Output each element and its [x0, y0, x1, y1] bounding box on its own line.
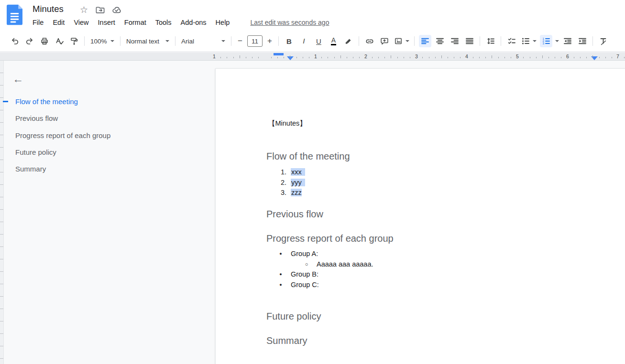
divider: [414, 36, 415, 46]
font-family-select[interactable]: Arial: [178, 35, 228, 47]
increase-font-size-button[interactable]: +: [264, 36, 275, 46]
menu-item-format[interactable]: Format: [124, 19, 146, 26]
align-center-button[interactable]: [434, 35, 446, 47]
chevron-down-icon: [110, 40, 114, 42]
outline-active-indicator: [3, 101, 8, 102]
insert-image-icon: [394, 37, 403, 45]
ruler-tick: [441, 55, 442, 58]
clear-formatting-icon[interactable]: [597, 35, 610, 47]
bullet-glyph: ●: [277, 270, 285, 278]
underline-button[interactable]: U: [313, 35, 325, 47]
divider: [359, 36, 359, 46]
ruler-tick: [220, 57, 221, 58]
ruler-tick: [227, 57, 227, 58]
highlight-color-icon[interactable]: [342, 35, 355, 47]
menu-item-edit[interactable]: Edit: [53, 19, 65, 26]
numbered-list-icon: 1 2 3: [542, 37, 550, 45]
list-item: Group A:: [291, 249, 318, 258]
divider: [84, 36, 85, 46]
outline-item[interactable]: Future policy: [15, 144, 197, 161]
vertical-ruler: [0, 61, 4, 364]
ruler-tick: [473, 57, 473, 58]
redo-button[interactable]: [23, 35, 36, 47]
document-page[interactable]: 【Minutes】 Flow of the meeting 1. xxx 2. …: [215, 68, 625, 364]
ruler-tick: [460, 57, 461, 58]
decrease-indent-button[interactable]: [561, 35, 574, 47]
bulleted-list-button[interactable]: [520, 35, 537, 47]
bold-button[interactable]: B: [283, 35, 296, 47]
font-size-input[interactable]: 11: [247, 35, 263, 47]
italic-button[interactable]: I: [298, 35, 310, 47]
spelling-check-icon[interactable]: [53, 35, 66, 47]
ruler-tick: [479, 57, 480, 58]
chevron-down-icon: [533, 40, 537, 42]
print-icon[interactable]: [38, 35, 51, 47]
ruler-tick: [271, 57, 272, 58]
ruler-tick: [435, 57, 436, 58]
checklist-button[interactable]: [505, 35, 518, 47]
last-edit-link[interactable]: Last edit was seconds ago: [250, 19, 329, 26]
list-number: 2.: [266, 178, 286, 187]
selected-text: yyy: [291, 179, 305, 186]
divider: [480, 36, 480, 46]
paint-format-icon[interactable]: [68, 35, 80, 47]
right-indent-marker[interactable]: [591, 56, 598, 60]
ruler-tick: [485, 57, 486, 58]
ruler-number: 3: [415, 54, 418, 59]
bullet-glyph: ●: [277, 249, 285, 258]
add-comment-icon[interactable]: [378, 35, 391, 47]
menu-item-add-ons[interactable]: Add-ons: [181, 19, 207, 26]
undo-button[interactable]: [9, 35, 21, 47]
outline-item[interactable]: Previous flow: [15, 110, 197, 127]
numbered-list-button[interactable]: 1 2 3: [540, 35, 559, 47]
menu-item-file[interactable]: File: [33, 19, 44, 26]
list-item: Aaaaa aaa aaaaa.: [317, 260, 373, 268]
menu-item-view[interactable]: View: [74, 19, 88, 26]
move-to-folder-icon[interactable]: [95, 5, 105, 15]
menu-item-help[interactable]: Help: [216, 19, 230, 26]
toolbar: 100% Normal text Arial − 11 + B I U A: [0, 31, 625, 52]
menu-item-insert[interactable]: Insert: [98, 19, 115, 26]
google-docs-logo-icon[interactable]: [7, 4, 22, 25]
cloud-saved-icon[interactable]: [111, 5, 121, 15]
paragraph-style-select[interactable]: Normal text: [123, 35, 172, 47]
doc-heading-future: Future policy: [266, 310, 321, 322]
doc-heading-progress: Progress report of each group: [266, 233, 394, 244]
align-left-button[interactable]: [419, 35, 431, 47]
increase-indent-button[interactable]: [576, 35, 589, 47]
ruler-tick: [448, 57, 448, 58]
document-title[interactable]: Minutes: [33, 4, 64, 14]
first-line-indent-marker[interactable]: [274, 53, 284, 55]
ruler-number: 1: [314, 54, 317, 59]
align-right-button[interactable]: [449, 35, 461, 47]
ruler-tick: [296, 57, 297, 58]
line-spacing-icon[interactable]: [484, 35, 497, 47]
ruler-tick: [523, 57, 524, 58]
star-icon[interactable]: ☆: [79, 5, 89, 15]
insert-image-button[interactable]: [393, 35, 410, 47]
text-color-button[interactable]: A: [328, 35, 340, 47]
zoom-select[interactable]: 100%: [88, 35, 117, 47]
doc-heading-flow: Flow of the meeting: [266, 150, 350, 162]
ruler-number: 1: [213, 54, 216, 59]
ruler-tick: [397, 57, 398, 58]
editor-area: ← Flow of the meetingPrevious flowProgre…: [0, 61, 625, 364]
list-number: 1.: [266, 168, 286, 176]
ruler-tick: [586, 57, 587, 58]
close-outline-button[interactable]: ←: [12, 74, 23, 85]
outline-item[interactable]: Summary: [15, 161, 197, 177]
justify-button[interactable]: [463, 35, 476, 47]
ruler-tick: [284, 57, 284, 58]
outline-item[interactable]: Progress report of each group: [15, 127, 197, 144]
horizontal-ruler: 11234567: [0, 53, 625, 61]
ruler-number: 6: [566, 54, 569, 59]
decrease-font-size-button[interactable]: −: [234, 36, 246, 46]
insert-link-icon[interactable]: [363, 35, 376, 47]
ruler-tick: [372, 57, 373, 58]
ruler-tick: [530, 57, 530, 58]
doc-intro-text: 【Minutes】: [268, 119, 307, 128]
menu-item-tools[interactable]: Tools: [155, 19, 172, 26]
list-number: 3.: [266, 188, 286, 197]
divider: [501, 36, 501, 46]
outline-item[interactable]: Flow of the meeting: [15, 93, 197, 110]
